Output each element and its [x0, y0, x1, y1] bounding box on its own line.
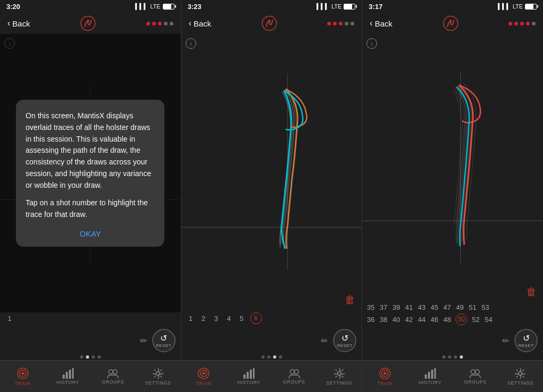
back-button-2[interactable]: ‹ Back: [189, 19, 212, 28]
svg-rect-35: [425, 374, 427, 379]
page-dot-3-2: [448, 355, 451, 359]
chevron-left-icon-1: ‹: [7, 19, 10, 28]
tab-label-train-1: TRAIN: [15, 381, 31, 386]
chevron-left-icon-3: ‹: [370, 19, 372, 28]
signal-icon-2: ▍▍▍: [317, 3, 329, 10]
tab-train-3[interactable]: TRAIN: [362, 361, 407, 392]
tab-groups-1[interactable]: GROUPS: [90, 361, 135, 392]
sn-47[interactable]: 47: [443, 303, 451, 311]
tab-settings-3[interactable]: SETTINGS: [498, 361, 543, 392]
tab-label-settings-3: SETTINGS: [507, 380, 533, 386]
shot-num-2-6[interactable]: 6: [250, 312, 262, 324]
sn-49[interactable]: 49: [456, 303, 464, 311]
groups-icon-2: [288, 369, 301, 378]
sn-53[interactable]: 53: [481, 303, 489, 311]
tab-groups-3[interactable]: GROUPS: [453, 361, 498, 392]
tab-history-2[interactable]: HISTORY: [226, 361, 272, 392]
sn-50[interactable]: 50: [456, 313, 467, 325]
shot-num-2-2[interactable]: 2: [199, 315, 208, 323]
edit-button-1[interactable]: ✏: [140, 336, 147, 346]
main-content-1: i On this screen, MantisX displays ove: [0, 34, 181, 312]
screen-3: 3:17 ▍▍▍ LTE ‹ Back: [362, 0, 543, 392]
sn-48[interactable]: 48: [443, 316, 451, 324]
page-dot-2-2: [267, 355, 270, 359]
svg-rect-37: [431, 370, 433, 379]
shot-numbers-area-2: 1 2 3 4 5 6: [181, 309, 362, 327]
svg-rect-22: [247, 372, 249, 379]
sn-52[interactable]: 52: [471, 316, 480, 324]
status-time-1: 3:20: [6, 3, 20, 11]
svg-point-12: [113, 370, 117, 374]
shot-num-2-1[interactable]: 1: [187, 315, 195, 323]
tab-label-settings-2: SETTINGS: [326, 380, 352, 386]
sn-51[interactable]: 51: [468, 303, 477, 311]
svg-point-29: [449, 20, 452, 22]
tab-settings-1[interactable]: SETTINGS: [136, 361, 181, 392]
history-icon-2: [243, 368, 255, 379]
train-icon-2: [197, 367, 210, 380]
settings-icon-3: [514, 368, 526, 379]
sn-44[interactable]: 44: [417, 316, 426, 324]
page-dot-3-1: [442, 355, 445, 359]
shot-num-1-1[interactable]: 1: [5, 315, 14, 323]
page-dots-3: [362, 354, 543, 360]
trace-canvas-2: [181, 34, 362, 309]
page-dot-2-1: [261, 355, 265, 359]
trash-button-3[interactable]: 🗑: [526, 286, 537, 298]
trash-button-2[interactable]: 🗑: [345, 294, 355, 306]
sn-40[interactable]: 40: [392, 316, 400, 324]
svg-point-26: [294, 370, 299, 374]
sn-37[interactable]: 37: [379, 303, 388, 311]
trace-svg-2: [181, 34, 362, 309]
tab-bar-1: TRAIN HISTORY GROUPS: [0, 360, 181, 392]
back-button-1[interactable]: ‹ Back: [7, 19, 30, 28]
page-dot-3-3: [454, 355, 457, 359]
tab-settings-2[interactable]: SETTINGS: [317, 361, 362, 392]
svg-rect-38: [434, 368, 436, 379]
shot-numbers-area-3: 35 37 39 41 43 45 47 49 51 53 36 38 40 4…: [362, 301, 543, 327]
tab-groups-2[interactable]: GROUPS: [272, 361, 317, 392]
shot-num-2-3[interactable]: 3: [212, 315, 221, 323]
reset-button-1[interactable]: ↺ RESET: [152, 329, 176, 352]
sn-43[interactable]: 43: [417, 303, 426, 311]
back-button-3[interactable]: ‹ Back: [370, 19, 392, 28]
shot-num-2-5[interactable]: 5: [238, 315, 246, 323]
shot-num-2-4[interactable]: 4: [225, 315, 233, 323]
tab-label-history-1: HISTORY: [56, 380, 79, 385]
reset-button-2[interactable]: ↺ RESET: [333, 329, 356, 352]
groups-icon-3: [469, 369, 481, 378]
logo-icon-3: [443, 15, 459, 31]
main-content-3: i: [362, 34, 543, 301]
reset-button-3[interactable]: ↺ RESET: [514, 329, 538, 352]
sn-39[interactable]: 39: [392, 303, 400, 311]
sn-41[interactable]: 41: [405, 303, 413, 311]
bottom-controls-2: ✏ ↺ RESET: [181, 327, 362, 354]
bottom-controls-1: ✏ ↺ RESET: [0, 327, 181, 354]
tab-train-2[interactable]: TRAIN: [181, 361, 226, 392]
tab-bar-3: TRAIN HISTORY GROUPS: [362, 360, 543, 392]
tab-history-1[interactable]: HISTORY: [45, 361, 90, 392]
status-icons-2: ▍▍▍ LTE: [317, 3, 355, 10]
svg-point-15: [268, 20, 271, 22]
reset-icon-3: ↺: [523, 333, 530, 343]
screens-container: 3:20 ▍▍▍ LTE ‹ Back: [0, 0, 543, 392]
sn-36[interactable]: 36: [366, 316, 375, 324]
sn-38[interactable]: 38: [379, 316, 388, 324]
sn-35[interactable]: 35: [366, 303, 375, 311]
nav-dots-3: [509, 22, 536, 25]
sn-45[interactable]: 45: [430, 303, 439, 311]
edit-button-3[interactable]: ✏: [502, 336, 509, 346]
modal-okay-button-1[interactable]: OKAY: [25, 229, 155, 238]
back-label-3: Back: [375, 19, 392, 28]
edit-button-2[interactable]: ✏: [321, 336, 328, 346]
tab-train-1[interactable]: TRAIN: [0, 361, 45, 392]
svg-rect-8: [66, 372, 68, 379]
history-icon-3: [424, 368, 436, 379]
sn-54[interactable]: 54: [484, 316, 493, 324]
sn-42[interactable]: 42: [405, 316, 413, 324]
battery-icon-3: [525, 4, 537, 10]
nav-bar-2: ‹ Back: [181, 13, 362, 34]
sn-46[interactable]: 46: [430, 316, 439, 324]
tab-history-3[interactable]: HISTORY: [408, 361, 453, 392]
page-dot-1-2: [86, 355, 89, 359]
